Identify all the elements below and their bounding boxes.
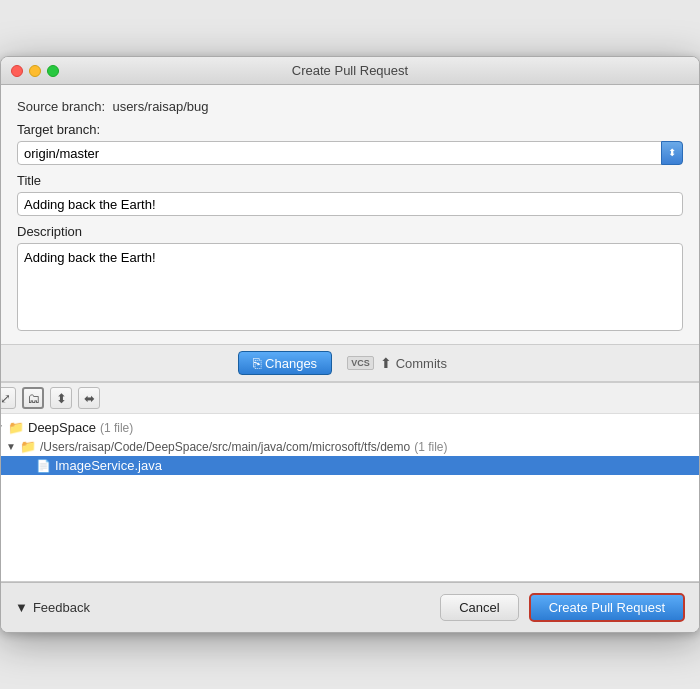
feedback-label: Feedback — [33, 600, 90, 615]
window-controls — [11, 65, 59, 77]
vcs-label: VCS — [347, 356, 374, 370]
tabs-bar: ⎘ Changes VCS ⬆ Commits — [0, 344, 700, 382]
tab-commits-label: Commits — [396, 356, 447, 371]
footer: ▼ Feedback Cancel Create Pull Request — [1, 582, 699, 632]
feedback-arrow-icon: ▼ — [15, 600, 28, 615]
target-branch-select-wrapper: origin/master origin/develop origin/main… — [17, 141, 683, 165]
file-tree-section: ⤢ 🗂 ⬍ ⬌ ▼ 📁 DeepSpace (1 file) ▼ 📁 /User… — [0, 382, 700, 582]
footer-actions: Cancel Create Pull Request — [440, 593, 685, 622]
tree-item-path[interactable]: ▼ 📁 /Users/raisap/Code/DeepSpace/src/mai… — [0, 437, 700, 456]
source-branch-value: users/raisap/bug — [112, 99, 208, 114]
sub-arrow-icon: ▼ — [6, 441, 18, 452]
tree-content: ▼ 📁 DeepSpace (1 file) ▼ 📁 /Users/raisap… — [0, 414, 700, 574]
commits-icon: ⬆ — [380, 355, 392, 371]
deepspace-count: (1 file) — [100, 421, 133, 435]
tree-item-imagservice[interactable]: 📄 ImageService.java — [0, 456, 700, 475]
arrow-icon: ▼ — [0, 422, 6, 433]
create-pull-request-button[interactable]: Create Pull Request — [529, 593, 685, 622]
folder-icon: 📁 — [8, 420, 24, 435]
collapse-all-button[interactable]: ⬌ — [78, 387, 100, 409]
title-input[interactable] — [17, 192, 683, 216]
path-count: (1 file) — [414, 440, 447, 454]
target-branch-field: Target branch: origin/master origin/deve… — [17, 122, 683, 165]
content-area: Source branch: users/raisap/bug Target b… — [1, 85, 699, 334]
description-field: Description Adding back the Earth! — [17, 224, 683, 334]
minimize-button[interactable] — [29, 65, 41, 77]
tab-commits[interactable]: VCS ⬆ Commits — [332, 351, 462, 375]
title-label: Title — [17, 173, 683, 188]
title-field: Title — [17, 173, 683, 216]
description-input[interactable]: Adding back the Earth! — [17, 243, 683, 331]
expand-icon-button[interactable]: ⤢ — [0, 387, 16, 409]
folder-view-button[interactable]: 🗂 — [22, 387, 44, 409]
close-button[interactable] — [11, 65, 23, 77]
titlebar: Create Pull Request — [1, 57, 699, 85]
tab-changes[interactable]: ⎘ Changes — [238, 351, 332, 375]
java-file-icon: 📄 — [36, 459, 51, 473]
maximize-button[interactable] — [47, 65, 59, 77]
expand-all-button[interactable]: ⬍ — [50, 387, 72, 409]
cancel-button[interactable]: Cancel — [440, 594, 518, 621]
tab-changes-label: Changes — [265, 356, 317, 371]
description-label: Description — [17, 224, 683, 239]
feedback-button[interactable]: ▼ Feedback — [15, 600, 90, 615]
file-tree-toolbar: ⤢ 🗂 ⬍ ⬌ — [0, 383, 700, 414]
target-branch-label: Target branch: — [17, 122, 683, 137]
changes-icon: ⎘ — [253, 355, 261, 371]
source-branch-row: Source branch: users/raisap/bug — [17, 99, 683, 114]
window-title: Create Pull Request — [292, 63, 408, 78]
path-label: /Users/raisap/Code/DeepSpace/src/main/ja… — [40, 440, 410, 454]
source-branch-label: Source branch: users/raisap/bug — [17, 99, 209, 114]
deepspace-label: DeepSpace — [28, 420, 96, 435]
subfolder-icon: 📁 — [20, 439, 36, 454]
tree-item-deepspace[interactable]: ▼ 📁 DeepSpace (1 file) — [0, 418, 700, 437]
file-arrow-spacer — [22, 460, 34, 471]
create-pull-request-window: Create Pull Request Source branch: users… — [0, 56, 700, 633]
file-label: ImageService.java — [55, 458, 162, 473]
target-branch-select[interactable]: origin/master origin/develop origin/main — [17, 141, 683, 165]
